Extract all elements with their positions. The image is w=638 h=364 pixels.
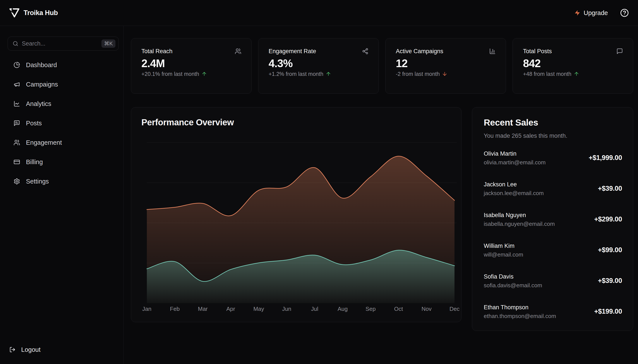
customer-email: isabella.nguyen@email.com <box>484 220 555 227</box>
sidebar-item-posts[interactable]: Posts <box>8 115 119 131</box>
svg-text:Jul: Jul <box>311 306 318 312</box>
svg-text:May: May <box>253 306 264 312</box>
recent-sales-subtitle: You made 265 sales this month. <box>484 132 622 139</box>
customer-name: Sofia Davis <box>484 273 542 280</box>
svg-text:Mar: Mar <box>198 306 208 312</box>
troika-logo-icon <box>9 8 20 18</box>
svg-text:Sep: Sep <box>366 306 376 312</box>
customer-name: Ethan Thompson <box>484 304 556 311</box>
svg-text:Oct: Oct <box>394 306 403 312</box>
sale-row: Sofia Davis sofia.davis@email.com +$39.0… <box>484 274 622 288</box>
sale-row: Isabella Nguyen isabella.nguyen@email.co… <box>484 212 622 226</box>
sidebar-item-label: Dashboard <box>26 62 57 69</box>
sale-row: Ethan Thompson ethan.thompson@email.com … <box>484 304 622 319</box>
sidebar-item-dashboard[interactable]: Dashboard <box>8 57 119 73</box>
recent-sales-card: Recent Sales You made 265 sales this mon… <box>472 107 633 331</box>
gear-icon <box>14 178 20 184</box>
customer-email: olivia.martin@email.com <box>484 159 546 166</box>
brand: Troika Hub <box>9 8 58 18</box>
stats-row: Total Reach 2.4M +20.1% from last month … <box>131 38 633 94</box>
sidebar-item-engagement[interactable]: Engagement <box>8 135 119 150</box>
main-content: Total Reach 2.4M +20.1% from last month … <box>124 26 638 364</box>
users-icon <box>14 139 20 146</box>
header-actions: Upgrade <box>574 8 629 17</box>
megaphone-icon <box>14 81 20 88</box>
stat-change: +48 from last month <box>523 70 623 77</box>
svg-text:Apr: Apr <box>226 306 235 312</box>
sales-list: Olivia Martin olivia.martin@email.com +$… <box>484 150 622 319</box>
stat-card-total-reach: Total Reach 2.4M +20.1% from last month <box>131 38 252 94</box>
stat-change: +1.2% from last month <box>269 70 369 77</box>
lightning-bolt-icon <box>574 10 581 16</box>
performance-overview-card: Performance Overview JanFebMarAprMayJunJ… <box>131 107 461 322</box>
share-icon <box>362 48 369 54</box>
customer-name: William Kim <box>484 242 523 249</box>
help-button[interactable] <box>620 8 629 17</box>
stat-title: Engagement Rate <box>269 48 316 54</box>
credit-card-icon <box>14 159 20 165</box>
stat-card-total-posts: Total Posts 842 +48 from last month <box>513 38 633 94</box>
arrow-up-icon <box>326 71 331 77</box>
customer-name: Jackson Lee <box>484 181 544 188</box>
svg-text:Dec: Dec <box>450 306 460 312</box>
sidebar-item-settings[interactable]: Settings <box>8 174 119 189</box>
line-chart-icon <box>14 100 20 107</box>
sale-amount: +$39.00 <box>598 277 622 285</box>
sale-row: William Kim will@email.com +$99.00 <box>484 243 622 257</box>
customer-email: ethan.thompson@email.com <box>484 313 556 319</box>
sidebar-item-label: Campaigns <box>26 81 58 88</box>
pie-chart-icon <box>14 62 20 68</box>
sidebar-item-analytics[interactable]: Analytics <box>8 96 119 112</box>
top-bar: Troika Hub Upgrade <box>0 0 638 26</box>
upgrade-button[interactable]: Upgrade <box>574 9 608 16</box>
bar-chart-icon <box>489 48 496 54</box>
message-square-icon <box>616 48 623 54</box>
users-icon <box>235 48 241 54</box>
sidebar-item-label: Engagement <box>26 139 62 146</box>
customer-email: sofia.davis@email.com <box>484 282 542 288</box>
stat-value: 2.4M <box>141 58 241 69</box>
sidebar-item-campaigns[interactable]: Campaigns <box>8 76 119 92</box>
stat-title: Total Reach <box>141 48 173 54</box>
sidebar-nav: Dashboard Campaigns Analytics Posts <box>8 57 119 193</box>
customer-name: Isabella Nguyen <box>484 212 555 218</box>
app-title: Troika Hub <box>24 9 58 17</box>
help-circle-icon <box>620 8 629 17</box>
stat-value: 12 <box>396 58 496 69</box>
logout-label: Logout <box>21 346 41 353</box>
stat-title: Total Posts <box>523 48 552 54</box>
stat-title: Active Campaigns <box>396 48 443 54</box>
svg-text:Feb: Feb <box>170 306 180 312</box>
svg-text:Nov: Nov <box>422 306 432 312</box>
svg-text:Jun: Jun <box>282 306 291 312</box>
customer-email: will@email.com <box>484 251 523 258</box>
sale-row: Jackson Lee jackson.lee@email.com +$39.0… <box>484 181 622 196</box>
logout-icon <box>10 346 16 353</box>
svg-text:Jan: Jan <box>142 306 151 312</box>
stat-change: +20.1% from last month <box>141 70 241 77</box>
sidebar-item-billing[interactable]: Billing <box>8 154 119 170</box>
recent-sales-title: Recent Sales <box>484 118 622 128</box>
sale-amount: +$299.00 <box>594 215 622 223</box>
search-input[interactable] <box>22 40 102 47</box>
arrow-up-icon <box>201 71 207 77</box>
sidebar-item-label: Analytics <box>26 100 51 108</box>
search-icon <box>13 41 18 46</box>
customer-name: Olivia Martin <box>484 150 546 157</box>
sale-row: Olivia Martin olivia.martin@email.com +$… <box>484 150 622 165</box>
sale-amount: +$1,999.00 <box>589 154 622 162</box>
customer-email: jackson.lee@email.com <box>484 190 544 196</box>
svg-text:Aug: Aug <box>338 306 348 312</box>
sale-amount: +$199.00 <box>594 308 622 316</box>
performance-area-chart: JanFebMarAprMayJunJulAugSepOctNovDec <box>131 108 461 322</box>
sidebar-spacer <box>8 193 119 342</box>
content-row: Performance Overview JanFebMarAprMayJunJ… <box>131 107 633 331</box>
message-square-text-icon <box>14 120 20 126</box>
sale-amount: +$39.00 <box>598 184 622 192</box>
logout-button[interactable]: Logout <box>8 342 119 358</box>
sidebar-item-label: Billing <box>26 158 43 166</box>
stat-value: 842 <box>523 58 623 69</box>
stat-value: 4.3% <box>269 58 369 69</box>
search-box[interactable]: ⌘K <box>8 36 119 50</box>
stat-card-active-campaigns: Active Campaigns 12 -2 from last month <box>385 38 506 94</box>
